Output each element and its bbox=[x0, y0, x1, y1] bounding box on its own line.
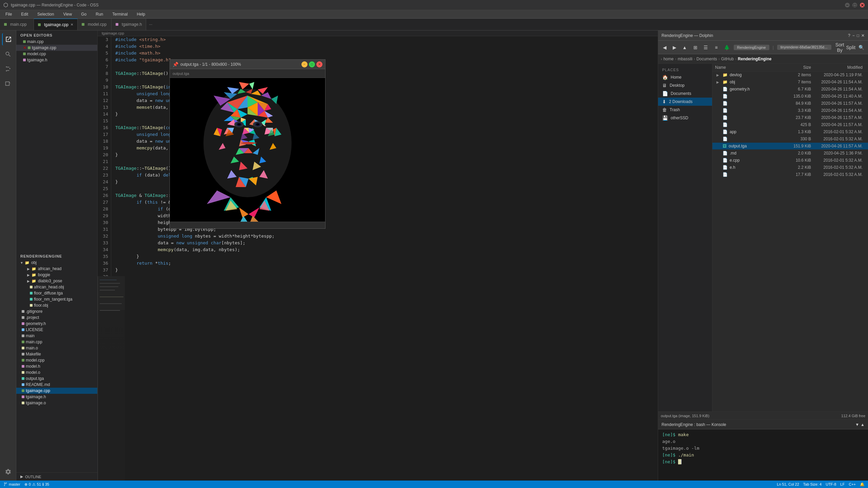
file-row-md[interactable]: 📄 .md 2.0 KiB 2020-04-25 1:36 P.M. bbox=[712, 150, 868, 157]
menu-file[interactable]: File bbox=[3, 11, 14, 17]
nav-forward-button[interactable]: ▶ bbox=[671, 43, 678, 52]
tree-tgaimage-o[interactable]: tgaimage.o bbox=[16, 400, 97, 406]
activity-explorer[interactable] bbox=[2, 33, 14, 45]
tree-license[interactable]: LICENSE bbox=[16, 327, 97, 333]
activity-extensions[interactable] bbox=[2, 78, 14, 90]
places-desktop[interactable]: 🖥 Desktop bbox=[658, 81, 712, 89]
file-row-tiny2[interactable]: 📄 330 B 2016-02-01 5:32 A.M. bbox=[712, 136, 868, 143]
file-row-geometry-h[interactable]: 📄 geometry.h 6.7 KiB 2020-04-26 11:54 A.… bbox=[712, 86, 868, 93]
tree-african-head[interactable]: ▶ 📁 african_head bbox=[16, 266, 97, 272]
open-file-tgaimage-h[interactable]: tgaimage.h bbox=[16, 57, 97, 63]
nav-back-button[interactable]: ◀ bbox=[661, 43, 669, 52]
tree-main[interactable]: main bbox=[16, 333, 97, 339]
menu-edit[interactable]: Edit bbox=[19, 11, 30, 17]
viewer-titlebar[interactable]: 📌 output.tga - 1/1 - 800x800 - 100% − □ … bbox=[170, 60, 325, 69]
cursor-position[interactable]: Ln 51, Col 22 bbox=[777, 482, 799, 486]
terminal-content[interactable]: [ne]$ make age.o tgaimage.o -lm [ne]$ ./… bbox=[658, 429, 868, 467]
encoding-item[interactable]: UTF-8 bbox=[826, 482, 836, 486]
tree-output-tga[interactable]: output.tga bbox=[16, 375, 97, 382]
viewer-maximize-button[interactable]: □ bbox=[309, 61, 315, 67]
tab-tgaimage-cpp[interactable]: tgaimage.cpp ✕ bbox=[34, 19, 78, 30]
errors-warnings-item[interactable]: ⊗ 0 ⚠ 51 ℹ 35 bbox=[24, 482, 50, 487]
menu-help[interactable]: Help bbox=[135, 11, 147, 17]
language-item[interactable]: C++ bbox=[849, 482, 856, 486]
dolphin-minimize-icon[interactable]: − bbox=[852, 33, 855, 38]
col-name[interactable]: Name bbox=[715, 65, 784, 70]
file-row-app[interactable]: 📄 app 1.3 KiB 2016-02-01 5:32 A.M. bbox=[712, 128, 868, 136]
file-row-medium1[interactable]: 📄 23.7 KiB 2020-04-26 11:57 A.M. bbox=[712, 114, 868, 121]
tab-size-item[interactable]: Tab Size: 4 bbox=[803, 482, 822, 486]
viewer-minimize-button[interactable]: − bbox=[301, 61, 308, 67]
file-row-large1[interactable]: 📄 135.0 KiB 2020-04-25 11:40 A.M. bbox=[712, 93, 868, 100]
split-button[interactable]: Split bbox=[846, 43, 855, 52]
tree-african-obj[interactable]: african_head.obj bbox=[16, 284, 97, 290]
activity-source-control[interactable] bbox=[2, 63, 14, 75]
tree-main-cpp[interactable]: main.cpp bbox=[16, 339, 97, 345]
tree-floor-obj[interactable]: floor.obj bbox=[16, 302, 97, 308]
menu-go[interactable]: Go bbox=[79, 11, 88, 17]
breadcrumb-github[interactable]: GitHub bbox=[721, 57, 734, 61]
file-row-large2[interactable]: 📄 84.9 KiB 2020-04-26 11:57 A.M. bbox=[712, 100, 868, 107]
minimize-button[interactable]: − bbox=[845, 3, 850, 7]
places-home[interactable]: 🏠 Home bbox=[658, 73, 712, 81]
breadcrumb-mbassili[interactable]: mbassili bbox=[678, 57, 692, 61]
tree-makefile[interactable]: Makefile bbox=[16, 351, 97, 357]
tab-main-cpp[interactable]: main.cpp bbox=[0, 19, 34, 30]
tree-diablo[interactable]: ▶ 📁 diablo3_pose bbox=[16, 278, 97, 284]
nav-up-button[interactable]: ▲ bbox=[680, 43, 688, 52]
open-file-tgaimage-cpp[interactable]: ✕ tgaimage.cpp bbox=[16, 45, 97, 51]
tree-geometry-h[interactable]: geometry.h bbox=[16, 321, 97, 327]
tab-tgaimage-h[interactable]: tgaimage.h bbox=[112, 19, 146, 30]
dolphin-tab-main[interactable]: RenderingEngine bbox=[734, 45, 769, 50]
places-documents[interactable]: 📄 Documents bbox=[658, 89, 712, 98]
menu-view[interactable]: View bbox=[61, 11, 74, 17]
menu-run[interactable]: Run bbox=[94, 11, 105, 17]
open-file-model-cpp[interactable]: model.cpp bbox=[16, 51, 97, 57]
close-button[interactable]: ✕ bbox=[860, 3, 865, 7]
tree-floor-nm[interactable]: floor_nm_tangent.tga bbox=[16, 296, 97, 302]
menu-terminal[interactable]: Terminal bbox=[110, 11, 130, 17]
breadcrumb-documents[interactable]: Documents bbox=[696, 57, 717, 61]
tree-model-h[interactable]: model.h bbox=[16, 363, 97, 369]
tab-more-options[interactable]: ··· bbox=[146, 19, 155, 30]
file-row-output-tga[interactable]: 🖼 output.tga 151.9 KiB 2020-04-26 11:57 … bbox=[712, 143, 868, 150]
dolphin-tab-tinyrenderer[interactable]: tinyrenderer-68a5ae382135d679891423fb528… bbox=[777, 45, 831, 50]
tree-obj-folder[interactable]: ▼ 📁 obj bbox=[16, 260, 97, 266]
dolphin-maximize-icon[interactable]: □ bbox=[857, 33, 859, 38]
tab-close-tgaimage-cpp[interactable]: ✕ bbox=[71, 23, 73, 26]
activity-search[interactable] bbox=[2, 48, 14, 60]
file-row-eh[interactable]: 📄 e.h 2.2 KiB 2016-02-01 5:32 A.M. bbox=[712, 164, 868, 171]
tree-model-cpp[interactable]: model.cpp bbox=[16, 357, 97, 363]
tree-model-o[interactable]: model.o bbox=[16, 369, 97, 375]
breadcrumb-home[interactable]: home bbox=[664, 57, 674, 61]
line-ending-item[interactable]: LF bbox=[840, 482, 845, 486]
places-trash[interactable]: 🗑 Trash bbox=[658, 106, 712, 114]
dolphin-help-icon[interactable]: ? bbox=[848, 33, 850, 38]
view-icons-button[interactable]: ⊞ bbox=[691, 43, 700, 52]
view-list-button[interactable]: ☰ bbox=[701, 43, 711, 52]
file-row-last[interactable]: 📄 17.7 KiB 2016-02-01 5:32 A.M. bbox=[712, 171, 868, 178]
tab-model-cpp[interactable]: model.cpp bbox=[78, 19, 112, 30]
activity-settings[interactable] bbox=[2, 466, 14, 478]
view-compact-button[interactable]: ≡ bbox=[712, 43, 721, 52]
places-otherssd[interactable]: 💾 otherSSD bbox=[658, 114, 712, 122]
sort-by-button[interactable]: Sort By bbox=[835, 43, 844, 52]
view-tree-button[interactable]: 🌲 bbox=[722, 43, 732, 52]
tree-readme[interactable]: README.md bbox=[16, 382, 97, 388]
tree-gitignore[interactable]: .gitignore bbox=[16, 308, 97, 314]
file-row-devlog[interactable]: ▶ 📁 devlog 2 items 2020-04-25 1:19 P.M. bbox=[712, 72, 868, 79]
git-branch-item[interactable]: master bbox=[3, 482, 20, 486]
tree-tgaimage-h[interactable]: tgaimage.h bbox=[16, 394, 97, 400]
tree-boggie[interactable]: ▶ 📁 boggie bbox=[16, 272, 97, 278]
maximize-button[interactable]: □ bbox=[852, 3, 857, 7]
col-modified[interactable]: Modified bbox=[811, 65, 865, 70]
tree-project[interactable]: .project bbox=[16, 314, 97, 321]
terminal-expand-icon[interactable]: ▲ bbox=[861, 422, 865, 427]
places-downloads[interactable]: ⬇ 2 Downloads bbox=[658, 98, 712, 106]
open-file-main-cpp[interactable]: main.cpp bbox=[16, 39, 97, 45]
menu-selection[interactable]: Selection bbox=[35, 11, 56, 17]
tree-main-o[interactable]: main.o bbox=[16, 345, 97, 351]
feedback-item[interactable]: 🔔 bbox=[860, 482, 865, 487]
file-row-obj[interactable]: ▶ 📁 obj 7 items 2020-04-26 11:54 A.M. bbox=[712, 79, 868, 86]
dolphin-close-icon[interactable]: ✕ bbox=[861, 33, 865, 38]
